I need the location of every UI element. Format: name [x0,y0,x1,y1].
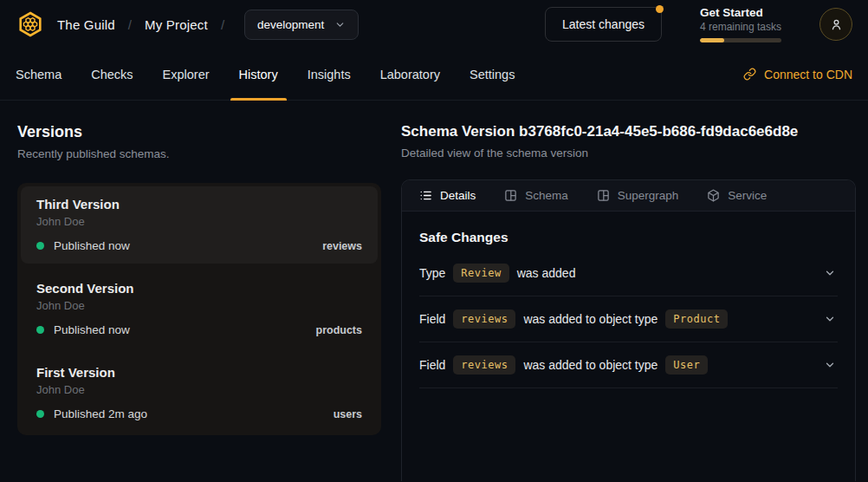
version-author: John Doe [36,383,362,396]
change-text: Field [419,358,445,372]
latest-changes-button[interactable]: Latest changes [545,7,662,42]
detail-tab-label: Schema [525,189,568,202]
schema-change-row[interactable]: Fieldreviewswas added to object typeUser [419,342,838,388]
connect-to-cdn-link[interactable]: Connect to CDN [743,68,852,81]
schema-version-title: Schema Version b3768fc0-21a4-45e5-b686-f… [401,123,856,140]
breadcrumb-project[interactable]: My Project [145,17,208,32]
version-detail-card: DetailsSchemaSupergraphService Safe Chan… [401,179,856,481]
tab-laboratory[interactable]: Laboratory [380,49,440,100]
change-text: Field [419,312,445,326]
published-status-dot [36,410,44,418]
notification-dot [656,5,664,13]
breadcrumb-separator: / [221,17,224,32]
version-list-item[interactable]: First VersionJohn DoePublished 2m agouse… [21,355,378,432]
chevron-down-icon[interactable] [824,313,836,325]
layout-icon [597,189,610,202]
chevron-down-icon [334,19,346,30]
tab-explorer[interactable]: Explorer [163,49,210,100]
version-meta-row: Published 2m agousers [36,407,362,420]
get-started-progress-fill [700,38,724,42]
box-icon [707,189,720,202]
detail-tab-details[interactable]: Details [419,189,476,202]
versions-list: Third VersionJohn DoePublished nowreview… [17,183,381,435]
change-text: Type [419,266,445,280]
detail-tab-label: Supergraph [618,189,679,202]
code-badge: Product [665,309,728,329]
detail-tabs: DetailsSchemaSupergraphService [402,180,855,212]
version-name: Third Version [36,197,362,212]
user-icon [829,17,844,32]
breadcrumb-org[interactable]: The Guild [57,17,115,32]
primary-tabs: SchemaChecksExplorerHistoryInsightsLabor… [16,49,515,100]
primary-nav: SchemaChecksExplorerHistoryInsightsLabor… [0,49,868,101]
change-text: was added [517,266,576,280]
user-avatar-button[interactable] [819,8,852,41]
version-author: John Doe [36,299,362,312]
header-right-cluster: Latest changes Get Started 4 remaining t… [545,6,852,42]
published-status-dot [36,242,44,250]
tab-checks[interactable]: Checks [91,49,133,100]
top-bar: The Guild / My Project / development Lat… [0,0,868,49]
change-text: was added to object type [523,312,657,326]
version-meta-row: Published nowreviews [36,239,362,252]
version-meta-row: Published nowproducts [36,323,362,336]
tab-insights[interactable]: Insights [308,49,351,100]
get-started-subtitle: 4 remaining tasks [700,21,781,33]
guild-honeycomb-icon[interactable] [16,10,45,39]
get-started-title: Get Started [700,6,781,19]
change-text: was added to object type [523,358,657,372]
version-detail-panel: Schema Version b3768fc0-21a4-45e5-b686-f… [401,123,856,481]
versions-subtitle: Recently published schemas. [17,147,381,160]
safe-changes-title: Safe Changes [419,230,838,245]
version-name: Second Version [36,281,362,296]
detail-tab-schema[interactable]: Schema [504,189,568,202]
get-started-progress-track [700,38,781,42]
connect-to-cdn-label: Connect to CDN [764,68,852,81]
detail-tab-label: Service [728,189,767,202]
versions-title: Versions [17,123,381,141]
get-started-widget[interactable]: Get Started 4 remaining tasks [700,6,781,42]
target-selector-dropdown[interactable]: development [244,10,359,40]
version-list-item[interactable]: Third VersionJohn DoePublished nowreview… [21,186,378,264]
code-badge: Review [453,264,508,283]
published-time: Published now [54,323,130,336]
schema-version-subtitle: Detailed view of the schema version [401,147,856,160]
chevron-down-icon[interactable] [824,359,836,371]
code-badge: User [665,355,708,375]
detail-tab-label: Details [440,189,476,202]
service-name-badge: users [334,408,362,420]
tab-settings[interactable]: Settings [470,49,515,100]
tab-schema[interactable]: Schema [16,49,62,100]
target-selector-value: development [257,18,324,31]
schema-change-row[interactable]: Fieldreviewswas added to object typeProd… [419,296,838,342]
version-name: First Version [36,365,362,380]
link-icon [743,68,756,81]
schema-change-row[interactable]: TypeReviewwas added [419,251,838,296]
detail-tab-service[interactable]: Service [707,189,767,202]
chevron-down-icon[interactable] [824,267,836,279]
detail-tab-supergraph[interactable]: Supergraph [597,189,679,202]
published-time: Published now [54,239,130,252]
version-author: John Doe [36,215,362,228]
main-content: Versions Recently published schemas. Thi… [0,101,868,481]
list-icon [419,189,432,202]
versions-panel: Versions Recently published schemas. Thi… [17,123,381,481]
changes-list: TypeReviewwas addedFieldreviewswas added… [419,251,838,388]
version-list-item[interactable]: Second VersionJohn DoePublished nowprodu… [21,270,378,348]
published-time: Published 2m ago [54,407,147,420]
breadcrumb-separator: / [128,17,132,32]
layout-icon [504,189,517,202]
code-badge: reviews [453,309,515,329]
service-name-badge: products [316,324,362,336]
code-badge: reviews [453,355,515,375]
tab-history[interactable]: History [239,49,278,100]
published-status-dot [36,326,44,334]
service-name-badge: reviews [322,240,362,252]
detail-body: Safe Changes TypeReviewwas addedFieldrev… [402,212,855,388]
